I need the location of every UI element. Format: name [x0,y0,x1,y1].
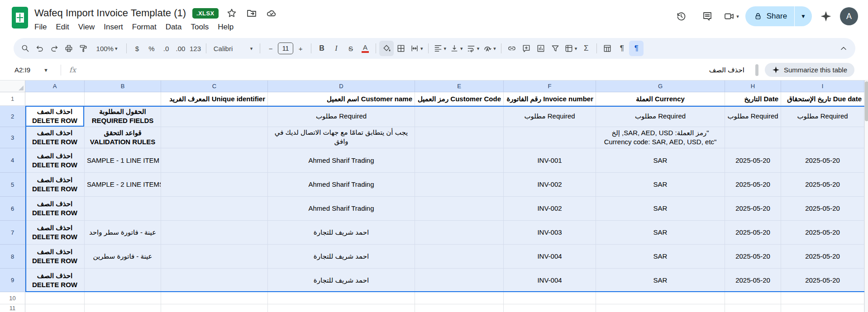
horizontal-align-icon[interactable]: ▾ [432,41,448,56]
cell-A4[interactable]: احذف الصفDELETE ROW [25,148,85,173]
cell-D8[interactable]: احمد شريف للتجارة [268,245,415,269]
menu-view[interactable]: View [74,21,100,33]
decrease-font-size-icon[interactable]: − [263,41,278,56]
cell-A2[interactable]: احذف الصفDELETE ROW [25,106,85,127]
cell-D10[interactable] [268,292,415,304]
undo-icon[interactable] [33,41,47,56]
gemini-sparkle-icon[interactable] [818,6,834,26]
cell-I6[interactable]: 2025-05-20 [781,197,864,221]
font-select[interactable]: Calibri ▾ [210,41,257,56]
cell-C1[interactable]: Unique identifier المعرف الفريد [161,92,268,106]
cell-H6[interactable]: 2025-05-20 [725,197,781,221]
insert-chart-icon[interactable] [534,41,548,56]
row-header-3[interactable]: 3 [0,127,25,148]
cell-C6[interactable] [161,197,268,221]
cell-B3[interactable]: قواعد التحققVALIDATION RULES [85,127,161,148]
select-all-corner[interactable] [0,80,25,92]
text-wrap-icon[interactable]: ▾ [465,41,482,56]
print-icon[interactable] [62,41,76,56]
cell-I5[interactable]: 2025-05-20 [781,173,864,197]
strikethrough-icon[interactable]: S [343,41,358,56]
cell-E1[interactable]: Customer Code رمز العميل [415,92,504,106]
cell-D1[interactable]: Customer name اسم العميل [268,92,415,106]
cell-E3[interactable] [415,127,504,148]
row-header-4[interactable]: 4 [0,148,25,173]
star-icon[interactable] [225,6,238,20]
sheets-logo-icon[interactable] [12,7,28,28]
row-header-11[interactable]: 11 [0,304,25,312]
column-header-C[interactable]: C [161,80,268,92]
functions-icon[interactable]: Σ [579,41,593,56]
zoom-select[interactable]: 100% ▾ [91,41,123,56]
name-box-caret-icon[interactable]: ▼ [43,67,57,73]
cell-G2[interactable]: Required مطلوب [596,106,725,127]
column-header-A[interactable]: A [25,80,85,92]
cell-E9[interactable] [415,269,504,292]
column-header-H[interactable]: H [725,80,781,92]
cell-H5[interactable]: 2025-05-20 [725,173,781,197]
fill-color-icon[interactable] [379,41,394,56]
cell-G10[interactable] [596,292,725,304]
cell-G1[interactable]: Currency العملة [596,92,725,106]
document-title[interactable]: Wafeq Import Invoice Template (1) [34,7,186,19]
insert-comment-icon[interactable] [519,41,534,56]
cell-C3[interactable] [161,127,268,148]
cell-A10[interactable] [25,292,85,304]
cell-G8[interactable]: SAR [596,245,725,269]
menu-tools[interactable]: Tools [186,21,214,33]
insert-link-icon[interactable] [505,41,519,56]
cell-B9[interactable] [85,269,161,292]
text-direction-rtl-icon[interactable]: ¶ [629,41,644,56]
decrease-decimal-icon[interactable]: .0 [159,41,173,56]
cell-B10[interactable] [85,292,161,304]
cell-A9[interactable]: احذف الصفDELETE ROW [25,269,85,292]
column-header-G[interactable]: G [596,80,725,92]
create-filter-icon[interactable] [548,41,563,56]
search-menus-icon[interactable] [18,41,33,56]
cell-A11[interactable] [25,304,85,312]
cell-D9[interactable]: احمد شريف للتجارة [268,269,415,292]
cell-A7[interactable]: احذف الصفDELETE ROW [25,221,85,245]
more-formats-icon[interactable]: 123 [188,41,203,56]
column-header-F[interactable]: F [504,80,596,92]
cell-G5[interactable]: SAR [596,173,725,197]
vertical-scrollbar[interactable] [864,80,868,312]
cell-D4[interactable]: Ahmed Sharif Trading [268,148,415,173]
column-header-B[interactable]: B [85,80,161,92]
cell-F9[interactable]: INV-004 [504,269,596,292]
cell-H2[interactable]: Required مطلوب [725,106,781,127]
cell-F8[interactable]: INV-004 [504,245,596,269]
cell-D11[interactable] [268,304,415,312]
merge-cells-icon[interactable]: ▾ [408,41,425,56]
italic-icon[interactable]: I [329,41,343,56]
cell-F2[interactable]: Required مطلوب [504,106,596,127]
cloud-status-icon[interactable] [265,6,278,20]
cell-I8[interactable]: 2025-05-20 [781,245,864,269]
row-header-5[interactable]: 5 [0,173,25,197]
cell-A3[interactable]: احذف الصفDELETE ROW [25,127,85,148]
move-to-folder-icon[interactable] [245,6,258,20]
menu-insert[interactable]: Insert [99,21,128,33]
row-header-9[interactable]: 9 [0,269,25,292]
cell-H1[interactable]: Date التاريخ [725,92,781,106]
format-currency-icon[interactable]: $ [130,41,144,56]
cell-E4[interactable] [415,148,504,173]
video-call-control[interactable]: ▾ [724,11,739,22]
cell-D7[interactable]: احمد شريف للتجارة [268,221,415,245]
cell-B7[interactable]: عينة - فاتورة سطر واحد [85,221,161,245]
cell-F5[interactable]: INV-002 [504,173,596,197]
cell-E11[interactable] [415,304,504,312]
text-rotation-icon[interactable]: ▾ [481,41,498,56]
insert-table-icon[interactable] [600,41,615,56]
cell-H9[interactable]: 2025-05-20 [725,269,781,292]
menu-data[interactable]: Data [161,21,186,33]
cell-B11[interactable] [85,304,161,312]
hide-menus-icon[interactable] [836,41,851,56]
cell-F3[interactable] [504,127,596,148]
redo-icon[interactable] [47,41,62,56]
column-header-D[interactable]: D [268,80,415,92]
row-header-2[interactable]: 2 [0,106,25,127]
vertical-scrollbar-thumb[interactable] [865,81,868,121]
cell-D6[interactable]: Ahmed Sharif Trading [268,197,415,221]
cell-C8[interactable] [161,245,268,269]
